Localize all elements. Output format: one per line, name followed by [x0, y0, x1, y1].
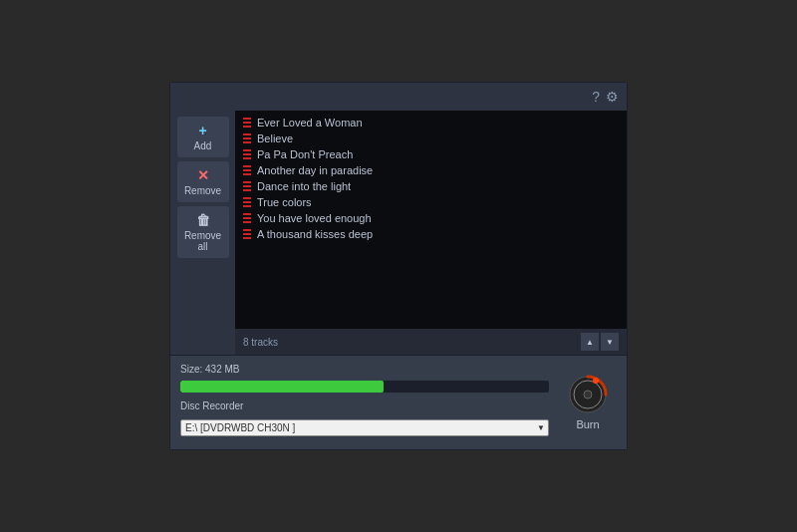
burn-button[interactable]: Burn: [559, 364, 617, 441]
track-name: You have loved enough: [257, 212, 372, 224]
burn-disc-icon: [568, 375, 608, 414]
disc-recorder-wrapper: E:\ [DVDRWBD CH30N ]: [180, 417, 549, 436]
track-item[interactable]: Ever Loved a Woman: [235, 115, 627, 131]
track-name: A thousand kisses deep: [257, 228, 373, 240]
remove-button[interactable]: ✕ Remove: [177, 161, 229, 202]
app-window: ? ⚙ + Add ✕ Remove 🗑 Remove all Ever Lov…: [169, 82, 628, 450]
track-name: True colors: [257, 196, 312, 208]
remove-label: Remove: [184, 185, 221, 196]
track-name: Believe: [257, 133, 293, 144]
svg-point-3: [593, 378, 599, 384]
track-music-icon: [243, 149, 251, 159]
track-item[interactable]: Dance into the light: [235, 178, 627, 194]
track-item[interactable]: Pa Pa Don't Preach: [235, 146, 627, 162]
main-area: + Add ✕ Remove 🗑 Remove all Ever Loved a…: [170, 111, 627, 355]
track-name: Ever Loved a Woman: [257, 117, 363, 129]
track-music-icon: [243, 181, 251, 191]
remove-icon: ✕: [197, 167, 209, 183]
nav-buttons: ▲ ▼: [581, 333, 619, 351]
disc-recorder-label: Disc Recorder: [180, 400, 549, 411]
track-item[interactable]: Another day in paradise: [235, 162, 627, 178]
track-music-icon: [243, 197, 251, 207]
bottom-left: Size: 432 MB Disc Recorder E:\ [DVDRWBD …: [180, 364, 549, 441]
svg-point-2: [584, 391, 592, 399]
status-bar: 8 tracks ▲ ▼: [235, 329, 627, 355]
size-label: Size: 432 MB: [180, 364, 549, 375]
track-list[interactable]: Ever Loved a Woman Believe Pa Pa Don't P…: [235, 111, 627, 329]
remove-all-icon: 🗑: [196, 212, 210, 228]
burn-label: Burn: [576, 418, 599, 430]
sidebar: + Add ✕ Remove 🗑 Remove all: [170, 111, 235, 355]
bottom-panel: Size: 432 MB Disc Recorder E:\ [DVDRWBD …: [170, 355, 627, 449]
track-music-icon: [243, 165, 251, 175]
help-icon[interactable]: ?: [592, 89, 600, 105]
nav-up-button[interactable]: ▲: [581, 333, 599, 351]
track-item[interactable]: You have loved enough: [235, 210, 627, 226]
add-label: Add: [194, 140, 212, 151]
track-music-icon: [243, 229, 251, 239]
track-count: 8 tracks: [243, 337, 278, 348]
track-music-icon: [243, 213, 251, 223]
progress-bar-fill: [180, 381, 384, 393]
title-bar: ? ⚙: [170, 83, 627, 111]
progress-bar-container: [180, 381, 549, 393]
track-item[interactable]: Believe: [235, 131, 627, 146]
track-item[interactable]: A thousand kisses deep: [235, 226, 627, 242]
add-button[interactable]: + Add: [177, 117, 229, 157]
disc-recorder-select[interactable]: E:\ [DVDRWBD CH30N ]: [180, 419, 549, 436]
remove-all-label: Remove all: [181, 230, 225, 252]
track-music-icon: [243, 133, 251, 143]
track-name: Another day in paradise: [257, 164, 373, 176]
add-icon: +: [198, 123, 206, 138]
track-music-icon: [243, 118, 251, 128]
remove-all-button[interactable]: 🗑 Remove all: [177, 206, 229, 258]
track-name: Pa Pa Don't Preach: [257, 148, 353, 160]
nav-down-button[interactable]: ▼: [601, 333, 619, 351]
track-name: Dance into the light: [257, 180, 351, 192]
track-item[interactable]: True colors: [235, 194, 627, 210]
content-area: Ever Loved a Woman Believe Pa Pa Don't P…: [235, 111, 627, 355]
settings-icon[interactable]: ⚙: [606, 89, 619, 105]
